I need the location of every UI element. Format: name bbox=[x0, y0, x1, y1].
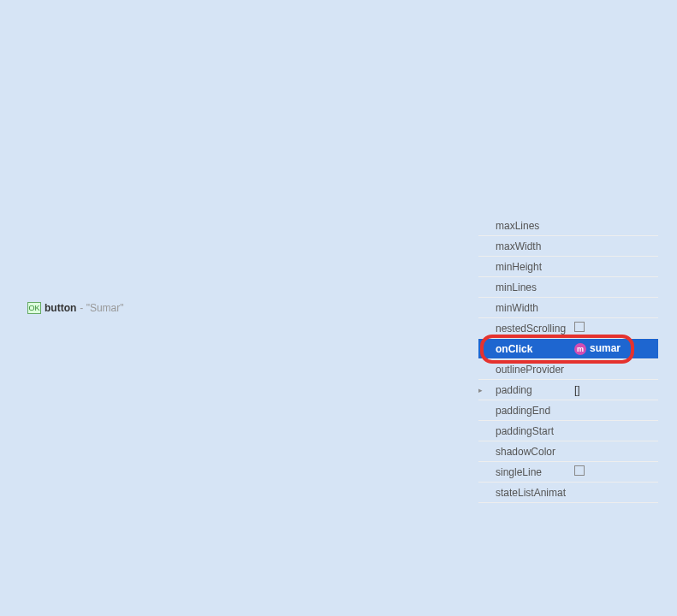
property-row-maxWidth[interactable]: maxWidth bbox=[478, 236, 658, 257]
property-row-maxLines[interactable]: maxLines bbox=[478, 216, 658, 236]
property-row-paddingStart[interactable]: paddingStart bbox=[478, 421, 658, 441]
checkbox[interactable] bbox=[574, 322, 585, 332]
property-row-minLines[interactable]: minLines bbox=[478, 277, 658, 298]
property-row-nestedScrolling[interactable]: nestedScrolling bbox=[478, 318, 658, 339]
method-icon: m bbox=[574, 343, 586, 355]
component-tree: ▾ Device Screen ▾▦ RelativeLayout Abtv1 … bbox=[478, 44, 658, 159]
property-row-singleLine[interactable]: singleLine bbox=[478, 462, 658, 483]
checkbox[interactable] bbox=[574, 465, 585, 476]
property-row-paddingEnd[interactable]: paddingEnd bbox=[478, 400, 658, 421]
property-row-outlineProvider[interactable]: outlineProvider bbox=[478, 359, 658, 380]
component-icon: OK bbox=[27, 302, 41, 314]
right-panel: Component Tree ⇱ ⇲ ✲ ▾ Device Screen ▾▦ … bbox=[478, 21, 658, 616]
property-row-minWidth[interactable]: minWidth bbox=[478, 298, 658, 318]
property-row-onClick[interactable]: onClickmsumar bbox=[478, 339, 658, 359]
property-row-padding[interactable]: ▸padding[] bbox=[478, 380, 658, 400]
property-row-shadowColor[interactable]: shadowColor bbox=[478, 441, 658, 462]
property-row-stateListAnimat[interactable]: stateListAnimat bbox=[478, 483, 658, 503]
property-row-minHeight[interactable]: minHeight bbox=[478, 257, 658, 277]
